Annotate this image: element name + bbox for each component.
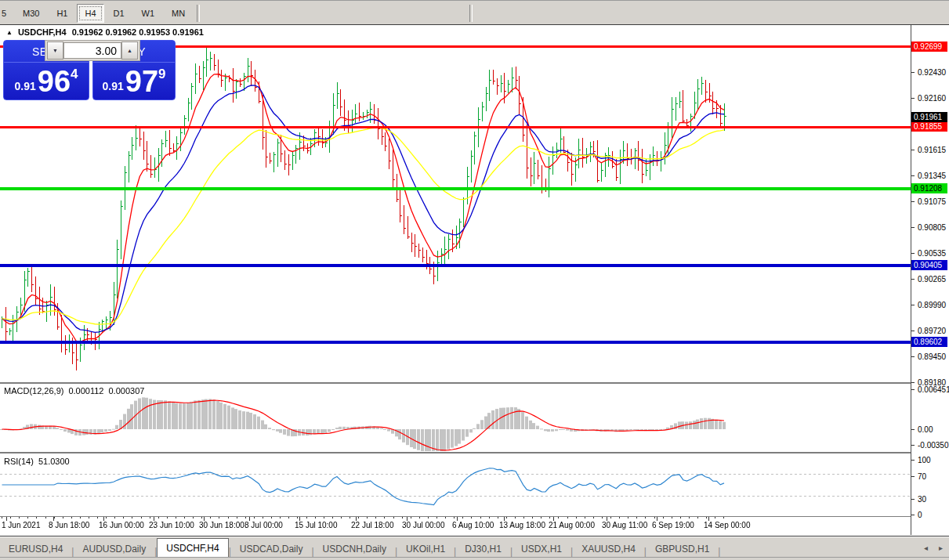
indicator-scale-tick: 0 — [911, 510, 949, 520]
price-tick: 0.89720 — [911, 326, 949, 336]
rsi-value: 51.0300 — [38, 457, 70, 466]
price-tick: 0.91615 — [911, 145, 949, 155]
sell-price-sup: 4 — [71, 67, 78, 82]
time-axis-label: 8 Jun 18:00 — [49, 521, 89, 529]
time-axis-label: 30 Jul 00:00 — [402, 521, 445, 529]
sell-price: 0.91 96 4 — [4, 62, 89, 101]
time-axis-label: 1 Jun 2021 — [2, 521, 41, 529]
tab-scroll-left-icon[interactable]: ◂ — [924, 544, 928, 552]
macd-main-value: 0.000112 — [68, 386, 103, 396]
volume-input[interactable] — [63, 42, 121, 59]
chart-window: ▲ USDCHF,H4 0.91962 0.91962 0.91953 0.91… — [0, 24, 949, 537]
volume-decrease-button[interactable]: ▼ — [47, 42, 63, 60]
chart-tab-dj30[interactable]: DJ30,H1 — [456, 540, 510, 557]
time-axis-label: 30 Aug 11:00 — [602, 521, 647, 529]
rsi-name: RSI(14) — [4, 457, 34, 466]
hline-price-label: 0.92699 — [911, 42, 947, 52]
chart-tab-ukoil[interactable]: UKOil,H1 — [397, 540, 454, 557]
time-axis-label: 15 Jul 10:00 — [295, 521, 338, 529]
chart-ohlc-values: 0.91962 0.91962 0.91953 0.91961 — [72, 27, 204, 37]
buy-price-prefix: 0.91 — [103, 80, 124, 92]
indicator-scale-tick: 0.00 — [911, 425, 949, 435]
current-price-label: 0.91961 — [911, 112, 947, 122]
macd-label-row: MACD(12,26,9) 0.000112 0.000307 — [4, 386, 144, 396]
chart-plot-area[interactable] — [0, 25, 911, 535]
volume-increase-button[interactable]: ▲ — [121, 42, 138, 60]
price-tick: 0.92430 — [911, 67, 949, 78]
up-triangle-icon: ▲ — [6, 29, 13, 36]
rsi-label-row: RSI(14) 51.0300 — [4, 457, 70, 466]
hline-price-label: 0.90405 — [911, 260, 947, 270]
hline-price-label: 0.91208 — [911, 183, 947, 193]
volume-spinner: ▼ ▲ — [45, 40, 140, 61]
hline-price-label: 0.89602 — [911, 337, 947, 347]
indicator-scale-tick: -0.003507 — [911, 440, 949, 450]
price-tick: 0.90265 — [911, 274, 949, 284]
hline-price-label: 0.91855 — [911, 121, 947, 132]
price-tick: 0.89990 — [911, 300, 949, 310]
timeframe-button-mn[interactable]: MN — [164, 4, 193, 23]
timeframe-toolbar: 5M30H1H4D1W1MN — [0, 0, 949, 24]
chart-tab-audusd[interactable]: AUDUSD,Daily — [74, 540, 154, 557]
indicator-scale-tick: 100 — [911, 455, 949, 465]
time-axis-label: 6 Aug 10:00 — [452, 521, 494, 529]
chart-tab-gbpusd[interactable]: GBPUSD,H1 — [647, 540, 718, 557]
macd-name: MACD(12,26,9) — [4, 386, 63, 396]
timeframe-button-d1[interactable]: D1 — [106, 4, 132, 23]
price-tick: 0.90535 — [911, 248, 949, 258]
buy-price-big: 97 — [125, 64, 158, 99]
tab-scroll-right-icon[interactable]: ▸ — [939, 544, 943, 552]
chart-tab-usdchf[interactable]: USDCHF,H4 — [157, 538, 228, 557]
price-scale[interactable]: 0.924300.921600.916150.913450.910750.908… — [911, 25, 948, 535]
timeframe-button-h1[interactable]: H1 — [49, 4, 75, 23]
buy-price: 0.91 97 9 — [93, 62, 175, 101]
sell-price-prefix: 0.91 — [15, 80, 36, 92]
time-axis-label: 30 Jun 18:00 — [199, 521, 244, 529]
timeframe-button-m30[interactable]: M30 — [15, 4, 47, 23]
time-axis-label: 23 Jun 10:00 — [149, 521, 194, 529]
status-strip — [0, 557, 949, 560]
indicator-scale-tick: 30 — [911, 494, 949, 504]
time-axis-label: 8 Jul 00:00 — [244, 521, 283, 529]
tab-separator: | — [718, 546, 720, 557]
indicator-scale-tick: 0.006451 — [911, 385, 949, 395]
chart-tab-xauusd[interactable]: XAUUSD,H4 — [573, 540, 644, 557]
chart-tab-eurusd[interactable]: EURUSD,H4 — [0, 540, 71, 557]
price-tick: 0.91075 — [911, 197, 949, 207]
indicator-scale-tick: 70 — [911, 471, 949, 482]
chart-tab-usdcad[interactable]: USDCAD,Daily — [231, 540, 312, 557]
buy-price-sup: 9 — [158, 67, 165, 82]
timeframe-button-5[interactable]: 5 — [1, 4, 13, 23]
chart-tab-usdcnh[interactable]: USDCNH,Daily — [314, 540, 395, 557]
chart-ohlc-header: ▲ USDCHF,H4 0.91962 0.91962 0.91953 0.91… — [6, 27, 204, 37]
chart-tab-bar: EURUSD,H4|AUDUSD,Daily|USDCHF,H4|USDCAD,… — [0, 537, 949, 557]
timeframe-button-h4[interactable]: H4 — [77, 4, 103, 23]
macd-signal-value: 0.000307 — [109, 386, 145, 396]
time-axis-label: 22 Jul 18:00 — [351, 521, 394, 529]
price-tick: 0.92160 — [911, 93, 949, 103]
price-tick: 0.89450 — [911, 352, 949, 362]
price-tick: 0.90805 — [911, 222, 949, 233]
time-axis-label: 14 Sep 00:00 — [704, 521, 751, 529]
timeframe-button-w1[interactable]: W1 — [134, 4, 163, 23]
time-axis-label: 16 Jun 00:00 — [99, 521, 144, 529]
chart-symbol-period: USDCHF,H4 — [18, 27, 67, 37]
toolbar-separator — [197, 5, 200, 22]
time-axis-label: 21 Aug 00:00 — [549, 521, 595, 529]
time-axis-label: 13 Aug 18:00 — [499, 521, 545, 529]
sell-price-big: 96 — [38, 64, 71, 99]
chart-tab-usdx[interactable]: USDX,H1 — [513, 540, 570, 557]
price-tick: 0.91345 — [911, 171, 949, 181]
one-click-trade-panel: SELL 0.91 96 4 BUY 0.91 97 9 ▼ ▲ — [3, 40, 176, 100]
time-axis-label: 6 Sep 19:00 — [652, 521, 694, 529]
toolbar-separator — [469, 5, 473, 22]
